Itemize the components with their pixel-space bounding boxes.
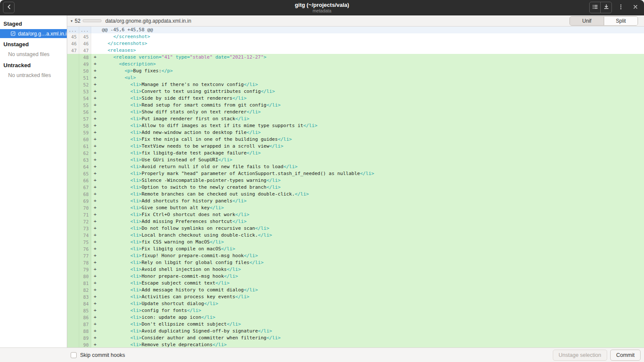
diff-line[interactable]: 49+ <description> — [67, 61, 644, 68]
old-line-number — [67, 211, 79, 218]
diff-line[interactable]: 84+ <li>Update shortcut dialog</li> — [67, 300, 644, 307]
diff-line[interactable]: 79+ <li>Avoid shell injection on hooks</… — [67, 266, 644, 273]
line-content: <li>Avoid duplicating Signed-off-by sign… — [99, 328, 272, 335]
diff-line[interactable]: 70+ <li>Give some button alt key</li> — [67, 205, 644, 211]
line-marker: + — [91, 239, 99, 246]
diff-line[interactable]: 82+ <li>Add message history to commit di… — [67, 287, 644, 294]
diff-line[interactable]: 90+ <li>Remove style deprecations</li> — [67, 341, 644, 347]
line-marker: + — [91, 259, 99, 266]
expander-triangle-icon: ▾ — [71, 19, 73, 23]
line-content: <li>Side by side diff text renderers</li… — [99, 95, 247, 102]
diff-line[interactable]: 69+ <li>Add shortcuts for history panels… — [67, 198, 644, 205]
diff-line[interactable]: 68+ <li>Remote branches can be checked o… — [67, 191, 644, 198]
skip-commit-hooks[interactable]: Skip commit hooks — [71, 352, 125, 358]
commit-button[interactable]: Commit — [610, 350, 641, 361]
line-marker: + — [91, 61, 99, 68]
diff-line[interactable]: 65+ <li>Properly mark "head" parameter o… — [67, 170, 644, 177]
diff-line[interactable]: 4545 </screenshot> — [67, 33, 644, 40]
line-content: <li>Rely on libgit for global config fil… — [99, 259, 264, 266]
diff-line[interactable]: 52+ <li>Manage if there's no textconv co… — [67, 81, 644, 88]
diff-line[interactable]: 80+ <li>Honor prepare-commit-msg hook</l… — [67, 273, 644, 280]
diff-line[interactable]: 63+ <li>Use GUri instead of SoupURI</li> — [67, 157, 644, 163]
new-line-number: 82 — [79, 287, 91, 294]
diff-line[interactable]: 83+ <li>Activities can process key event… — [67, 294, 644, 300]
diff-line[interactable]: 73+ <li>Do not follow symlinks on recurs… — [67, 225, 644, 232]
window-title-area: gitg (~/projects/vala) metadata — [295, 2, 349, 13]
new-line-number: 75 — [79, 239, 91, 246]
line-marker: + — [91, 177, 99, 184]
line-content: <li>Consider author and committer when f… — [99, 335, 280, 341]
line-content: <li>Add new-window action to desktop fil… — [99, 129, 261, 136]
line-marker: + — [91, 307, 99, 314]
file-expander[interactable]: ▾ 52 — [71, 18, 101, 24]
new-line-number: 47 — [79, 47, 91, 54]
line-content: <description> — [99, 61, 156, 68]
new-line-number: ... — [79, 27, 91, 33]
menu-button[interactable] — [615, 2, 626, 13]
diff-line[interactable]: 85+ <li>config for fonts</li> — [67, 307, 644, 314]
old-line-number — [67, 68, 79, 74]
diff-line[interactable]: 61+ <li>TextView needs to be wrapped in … — [67, 143, 644, 150]
old-line-number — [67, 341, 79, 347]
diff-line[interactable]: 64+ <li>Avoid return null if old or new … — [67, 163, 644, 170]
back-button[interactable] — [3, 2, 15, 13]
commit-action-bar: Skip commit hooks Unstage selection Comm… — [0, 347, 644, 362]
new-line-number: 51 — [79, 74, 91, 81]
diff-line[interactable]: 51+ <ul> — [67, 74, 644, 81]
old-line-number — [67, 102, 79, 109]
old-line-number — [67, 287, 79, 294]
diff-line[interactable]: 86+ <li>icon: update app icon</li> — [67, 314, 644, 321]
diff-line[interactable]: ......@@ -45,6 +45,58 @@ — [67, 27, 644, 33]
new-line-number: 72 — [79, 218, 91, 225]
split-view-button[interactable]: Split — [604, 17, 638, 25]
diff-line[interactable]: 77+ <li>fixup! Honor prepare-commit-msg … — [67, 252, 644, 259]
diff-line[interactable]: 72+ <li>Add missing Preferences shortcut… — [67, 218, 644, 225]
new-line-number: 79 — [79, 266, 91, 273]
diff-line[interactable]: 78+ <li>Rely on libgit for global config… — [67, 259, 644, 266]
diff-line[interactable]: 62+ <li>fix libgitg-date test package fa… — [67, 150, 644, 157]
diff-line[interactable]: 53+ <li>Convert to text using gitattribu… — [67, 88, 644, 95]
diff-line[interactable]: 55+ <li>Read setup for smart commits fro… — [67, 102, 644, 109]
new-line-number: 74 — [79, 232, 91, 239]
diff-line[interactable]: 57+ <li>Put image renderer first on stac… — [67, 116, 644, 122]
diff-line[interactable]: 54+ <li>Side by side diff text renderers… — [67, 95, 644, 102]
line-content: <ul> — [99, 74, 136, 81]
line-content: <li>TextView needs to be wrapped in a sc… — [99, 143, 283, 150]
save-patch-button[interactable] — [600, 2, 612, 13]
diff-file-header: ▾ 52 data/org.gnome.gitg.appdata.xml.in.… — [67, 15, 644, 27]
unstage-selection-button[interactable]: Unstage selection — [553, 350, 607, 361]
diff-line[interactable]: 67+ <li>Option to switch to the newly cr… — [67, 184, 644, 191]
diff-line[interactable]: 48+ <release version="41" type="stable" … — [67, 54, 644, 61]
section-header-unstaged: Unstaged — [0, 38, 67, 50]
new-line-number: 86 — [79, 314, 91, 321]
diff-line[interactable]: 58+ <li>Allow to diff images as text if … — [67, 122, 644, 129]
old-line-number — [67, 205, 79, 211]
diff-line[interactable]: 56+ <li>Show diff stats only on text ren… — [67, 109, 644, 116]
diff-line[interactable]: 88+ <li>Avoid duplicating Signed-off-by … — [67, 328, 644, 335]
diff-line[interactable]: 71+ <li>Fix Ctrl+O shortcut does not wor… — [67, 211, 644, 218]
diff-line[interactable]: 60+ <li>Fix the ninja call in one of the… — [67, 136, 644, 143]
commit-list-button[interactable] — [589, 2, 601, 13]
diff-line[interactable]: 50+ <p>Bug fixes:</p> — [67, 68, 644, 74]
diff-line[interactable]: 87+ <li>Don't ellipsize commit subject</… — [67, 321, 644, 328]
diff-line[interactable]: 75+ <li>fix CSS warning on MacOS</li> — [67, 239, 644, 246]
diff-line[interactable]: 76+ <li>Fix libgitg compile on macOS</li… — [67, 246, 644, 252]
diff-line[interactable]: 4646 </screenshots> — [67, 40, 644, 47]
window-subtitle: metadata — [295, 8, 349, 13]
diff-line[interactable]: 74+ <li>Local branch checkout using doub… — [67, 232, 644, 239]
close-button[interactable] — [629, 2, 641, 13]
diff-line[interactable]: 4747 <releases> — [67, 47, 644, 54]
new-line-number: 49 — [79, 61, 91, 68]
line-content: <li>Escape subject commit text</li> — [99, 280, 230, 287]
unified-view-button[interactable]: Unif — [570, 17, 604, 25]
line-content: <li>Update shortcut dialog</li> — [99, 300, 218, 307]
diff-line[interactable]: 59+ <li>Add new-window action to desktop… — [67, 129, 644, 136]
diff-line[interactable]: 66+ <li>Silence -Wincompatible-pointer-t… — [67, 177, 644, 184]
skip-commit-hooks-checkbox[interactable] — [71, 352, 77, 358]
line-marker: + — [91, 191, 99, 198]
staged-file-item[interactable]: data/org.g…a.xml.in.in — [0, 29, 67, 38]
diff-line[interactable]: 81+ <li>Escape subject commit text</li> — [67, 280, 644, 287]
new-line-number: 77 — [79, 252, 91, 259]
unstaged-empty-text: No unstaged files — [0, 50, 67, 59]
diff-line[interactable]: 89+ <li>Consider author and committer wh… — [67, 335, 644, 341]
